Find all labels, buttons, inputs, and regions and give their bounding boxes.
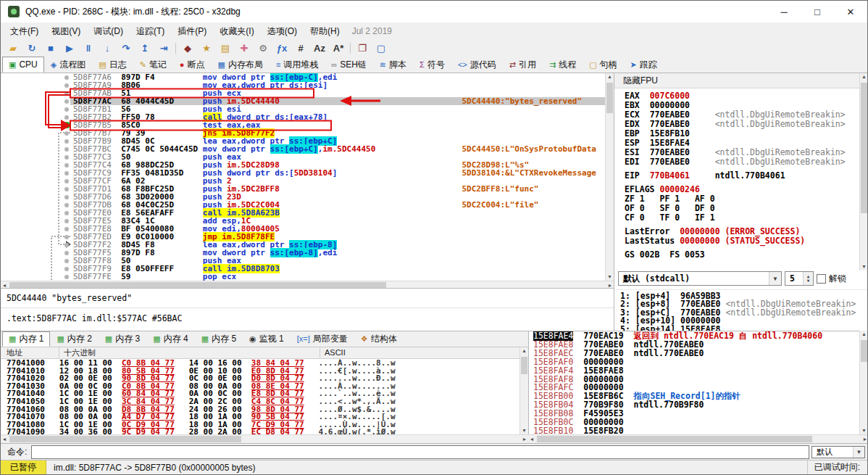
row-dot-icon[interactable]: [64, 187, 69, 191]
maximize-button[interactable]: □: [801, 1, 834, 22]
row-dot-icon[interactable]: [64, 267, 69, 271]
row-dot-icon[interactable]: [64, 195, 69, 199]
memory-horizontal-scrollbar[interactable]: ◄ ►: [1, 434, 528, 443]
menu-favourites[interactable]: 收藏夹(I): [213, 23, 260, 40]
trace-button[interactable]: ◆: [178, 41, 197, 55]
row-dot-icon[interactable]: [64, 91, 69, 96]
hash-button[interactable]: #: [291, 41, 310, 55]
command-input[interactable]: [31, 445, 809, 459]
tab-notes[interactable]: ✎笔记: [133, 57, 173, 73]
scroll-down-icon[interactable]: ▼: [860, 263, 868, 270]
row-dot-icon[interactable]: [64, 203, 69, 207]
row-dot-icon[interactable]: [64, 83, 69, 88]
tab-graph[interactable]: ◈流程图: [44, 57, 92, 73]
hide-fpu-button[interactable]: 隐藏FPU: [617, 74, 664, 88]
disasm-vertical-scrollbar[interactable]: ▲ ▼: [605, 73, 614, 281]
notes-button[interactable]: ▤: [216, 41, 235, 55]
disasm-row[interactable]: 5D8F77FE 59 pop ecx: [1, 273, 605, 281]
tab-locals[interactable]: [x=]局部变量: [291, 331, 354, 347]
step-out-button[interactable]: ↥: [135, 41, 154, 55]
tab-log[interactable]: ▤日志: [92, 57, 133, 73]
row-dot-icon[interactable]: [64, 163, 69, 168]
row-dot-icon[interactable]: [64, 251, 69, 255]
close-button[interactable]: ✕: [834, 1, 867, 22]
tab-breakpoints[interactable]: ●断点: [173, 57, 212, 73]
menu-options[interactable]: 选项(O): [261, 23, 304, 40]
row-dot-icon[interactable]: [64, 179, 69, 183]
row-dot-icon[interactable]: [64, 211, 69, 215]
menu-file[interactable]: 文件(F): [4, 23, 45, 40]
unlock-checkbox[interactable]: 解锁: [817, 273, 846, 285]
chevron-down-icon[interactable]: ▼: [769, 272, 781, 285]
scroll-thumb[interactable]: [9, 436, 241, 442]
minimize-button[interactable]: ─: [767, 1, 801, 22]
calling-convention-select[interactable]: 默认 (stdcall) ▼: [618, 271, 782, 286]
settings-button[interactable]: ⚙: [254, 41, 272, 55]
step-over-button[interactable]: ↷: [117, 41, 135, 55]
spinner-arrows-icon[interactable]: ▲▼: [803, 272, 813, 285]
row-dot-icon[interactable]: [64, 107, 69, 112]
tab-memory-5[interactable]: ▦内存 5: [195, 331, 243, 347]
restart-button[interactable]: ↻: [22, 41, 41, 55]
breakpoint-dot[interactable]: [64, 122, 70, 128]
menu-plugins[interactable]: 插件(P): [171, 23, 213, 40]
memory-row[interactable]: 77041090 34 00 36 00 9C D9 04 77 28 00 2…: [7, 429, 519, 434]
stack-row[interactable]: 15E8FB10 15E8FB20: [533, 427, 860, 434]
scroll-thumb[interactable]: [861, 83, 867, 213]
run-until-return-button[interactable]: ⇥: [154, 41, 173, 55]
menu-trace[interactable]: 追踪(T): [130, 23, 171, 40]
row-dot-icon[interactable]: [64, 227, 69, 231]
scroll-up-icon[interactable]: ▲: [860, 73, 868, 80]
stack-view[interactable]: 15E8FAE4 770EAC19 返回到 ntdll.770EAC19 自 n…: [528, 331, 860, 434]
window-button[interactable]: ❐: [353, 41, 372, 55]
chevron-down-icon[interactable]: ▼: [853, 447, 864, 458]
strings-button[interactable]: Az: [310, 41, 329, 55]
tab-call-stack[interactable]: ≡调用堆栈: [270, 57, 325, 73]
register-row[interactable]: EIP 770B4061 ntdll.770B4061: [625, 171, 868, 181]
tab-threads[interactable]: ⇉线程: [543, 57, 583, 73]
scroll-thumb[interactable]: [606, 83, 613, 113]
open-file-button[interactable]: ▰: [4, 41, 22, 55]
tab-trace[interactable]: ➤跟踪: [624, 57, 664, 73]
row-dot-icon[interactable]: [64, 243, 69, 247]
favourites-button[interactable]: ★: [197, 41, 216, 55]
scroll-thumb[interactable]: [521, 357, 527, 374]
register-row[interactable]: GS 002B FS 0053: [625, 250, 868, 260]
row-dot-icon[interactable]: [64, 275, 69, 279]
tab-script[interactable]: ≋脚本: [373, 57, 413, 73]
tab-source[interactable]: <>源代码: [451, 57, 503, 73]
row-dot-icon[interactable]: [64, 115, 69, 120]
row-dot-icon[interactable]: [64, 219, 69, 223]
stack-horizontal-scrollbar[interactable]: ◄ ►: [528, 434, 868, 443]
register-row[interactable]: LastStatus 00000000 (STATUS_SUCCESS): [625, 236, 868, 246]
scroll-down-icon[interactable]: ▼: [860, 427, 868, 434]
monitor-button[interactable]: ▢: [372, 41, 391, 55]
row-dot-icon[interactable]: [64, 259, 69, 263]
tab-memory-1[interactable]: ▦内存 1: [2, 331, 50, 347]
scroll-right-icon[interactable]: ►: [521, 435, 528, 443]
scroll-right-icon[interactable]: ►: [861, 435, 868, 443]
scroll-up-icon[interactable]: ▲: [860, 331, 868, 338]
register-row[interactable]: CF 0 TF 0 IF 1: [625, 213, 868, 223]
tab-memory-3[interactable]: ▦内存 3: [99, 331, 146, 347]
scroll-thumb[interactable]: [861, 340, 867, 362]
disassembly-view[interactable]: 5D8F77A6 897D F4 mov dword ptr ss:[ebp-C…: [1, 73, 605, 281]
memory-dump-view[interactable]: 地址 十六进制 ASCII 77041000 16 00 11 00 C0 8B…: [1, 347, 519, 434]
tab-references[interactable]: ⇄引用: [503, 57, 543, 73]
scroll-down-icon[interactable]: ▼: [606, 273, 614, 281]
scroll-left-icon[interactable]: ◄: [528, 435, 535, 443]
highlight-button[interactable]: A*: [329, 41, 348, 55]
tab-symbols[interactable]: Σ符号: [413, 57, 451, 73]
scroll-up-icon[interactable]: ▲: [606, 73, 614, 80]
tab-memory-4[interactable]: ▦内存 4: [146, 331, 194, 347]
stop-button[interactable]: ■: [41, 41, 60, 55]
row-dot-icon[interactable]: [64, 147, 69, 152]
row-dot-icon[interactable]: [64, 75, 69, 80]
menu-debug[interactable]: 调试(D): [87, 23, 130, 40]
row-dot-icon[interactable]: [64, 99, 69, 104]
tab-cpu[interactable]: ▣CPU: [2, 57, 44, 73]
row-dot-icon[interactable]: [64, 131, 69, 136]
scroll-thumb[interactable]: [537, 436, 812, 442]
memory-vertical-scrollbar[interactable]: ▲ ▼: [519, 347, 528, 434]
command-script-select[interactable]: 默认 ▼: [811, 446, 865, 458]
